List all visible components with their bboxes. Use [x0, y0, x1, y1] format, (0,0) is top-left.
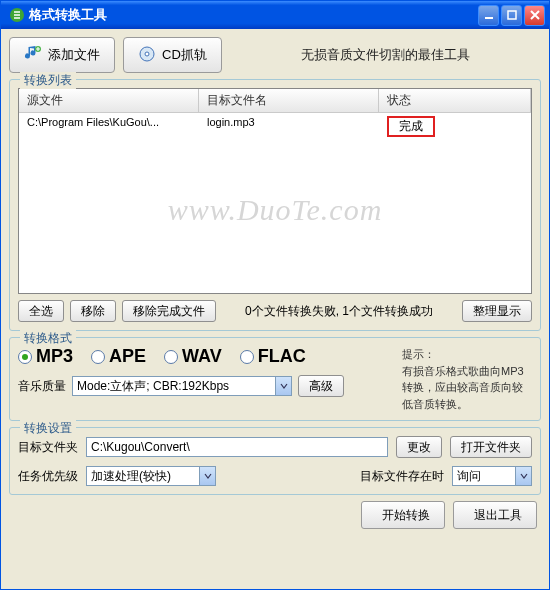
list-body[interactable]: C:\Program Files\KuGou\... login.mp3 完成 …: [19, 113, 531, 293]
radio-icon: [91, 350, 105, 364]
quality-select[interactable]: Mode:立体声; CBR:192Kbps: [72, 376, 292, 396]
quality-value: Mode:立体声; CBR:192Kbps: [77, 378, 229, 395]
top-toolbar: 添加文件 CD抓轨 无损音质文件切割的最佳工具: [9, 37, 541, 73]
svg-rect-2: [508, 11, 516, 19]
quality-label: 音乐质量: [18, 378, 66, 395]
cell-target: login.mp3: [199, 115, 379, 138]
settings-group-title: 转换设置: [20, 420, 76, 437]
radio-icon: [240, 350, 254, 364]
target-folder-input[interactable]: C:\Kugou\Convert\: [86, 437, 388, 457]
svg-point-5: [145, 52, 149, 56]
radio-wav[interactable]: WAV: [164, 346, 222, 367]
priority-label: 任务优先级: [18, 468, 78, 485]
chevron-down-icon: [275, 377, 291, 395]
hint-body: 有损音乐格式歌曲向MP3转换，应由较高音质向较低音质转换。: [402, 363, 532, 413]
hint-column: 提示： 有损音乐格式歌曲向MP3转换，应由较高音质向较低音质转换。: [402, 346, 532, 412]
add-file-label: 添加文件: [48, 46, 100, 64]
window-title: 格式转换工具: [29, 6, 478, 24]
radio-icon: [18, 350, 32, 364]
start-convert-button[interactable]: 开始转换: [361, 501, 445, 529]
format-group: 转换格式 MP3 APE WAV: [9, 337, 541, 421]
slogan-text: 无损音质文件切割的最佳工具: [230, 46, 541, 64]
window-control-group: [478, 5, 545, 26]
status-badge-done: 完成: [387, 116, 435, 137]
table-row[interactable]: C:\Program Files\KuGou\... login.mp3 完成: [19, 113, 531, 140]
svg-rect-1: [485, 17, 493, 19]
list-button-row: 全选 移除 移除完成文件 0个文件转换失败, 1个文件转换成功 整理显示: [18, 300, 532, 322]
tidy-display-button[interactable]: 整理显示: [462, 300, 532, 322]
select-all-button[interactable]: 全选: [18, 300, 64, 322]
maximize-button[interactable]: [501, 5, 522, 26]
title-bar[interactable]: 格式转换工具: [1, 1, 549, 29]
settings-group: 转换设置 目标文件夹 C:\Kugou\Convert\ 更改 打开文件夹 任务…: [9, 427, 541, 495]
exit-label: 退出工具: [474, 507, 522, 524]
app-window: 格式转换工具 添加文件 CD抓轨 无损音质文件切割的最佳工具: [0, 0, 550, 590]
col-source-header[interactable]: 源文件: [19, 89, 199, 112]
exists-select[interactable]: 询问: [452, 466, 532, 486]
cell-source: C:\Program Files\KuGou\...: [19, 115, 199, 138]
convert-list-group: 转换列表 源文件 目标文件名 状态 C:\Program Files\KuGou…: [9, 79, 541, 331]
convert-list-title: 转换列表: [20, 72, 76, 89]
minimize-button[interactable]: [478, 5, 499, 26]
footer-row: 开始转换 退出工具: [9, 501, 541, 529]
exists-value: 询问: [457, 468, 481, 485]
change-folder-button[interactable]: 更改: [396, 436, 442, 458]
priority-row: 任务优先级 加速处理(较快) 目标文件存在时 询问: [18, 466, 532, 486]
quality-row: 音乐质量 Mode:立体声; CBR:192Kbps 高级: [18, 375, 392, 397]
hint-title: 提示：: [402, 346, 532, 363]
radio-mp3[interactable]: MP3: [18, 346, 73, 367]
advanced-button[interactable]: 高级: [298, 375, 344, 397]
radio-flac[interactable]: FLAC: [240, 346, 306, 367]
target-folder-label: 目标文件夹: [18, 439, 78, 456]
priority-select[interactable]: 加速处理(较快): [86, 466, 216, 486]
chevron-down-icon: [515, 467, 531, 485]
chevron-down-icon: [199, 467, 215, 485]
radio-icon: [164, 350, 178, 364]
target-folder-row: 目标文件夹 C:\Kugou\Convert\ 更改 打开文件夹: [18, 436, 532, 458]
remove-done-button[interactable]: 移除完成文件: [122, 300, 216, 322]
add-file-button[interactable]: 添加文件: [9, 37, 115, 73]
radio-ape[interactable]: APE: [91, 346, 146, 367]
radio-wav-label: WAV: [182, 346, 222, 367]
format-radio-row: MP3 APE WAV FLAC: [18, 346, 392, 367]
remove-button[interactable]: 移除: [70, 300, 116, 322]
client-area: 添加文件 CD抓轨 无损音质文件切割的最佳工具 转换列表 源文件 目标文件名 状…: [1, 29, 549, 589]
start-label: 开始转换: [382, 507, 430, 524]
watermark-text: www.DuoTe.com: [19, 193, 531, 227]
col-status-header[interactable]: 状态: [379, 89, 531, 112]
cd-icon: [138, 45, 156, 66]
radio-flac-label: FLAC: [258, 346, 306, 367]
radio-ape-label: APE: [109, 346, 146, 367]
close-button[interactable]: [524, 5, 545, 26]
app-icon: [9, 7, 25, 23]
file-list: 源文件 目标文件名 状态 C:\Program Files\KuGou\... …: [18, 88, 532, 294]
cell-status: 完成: [379, 115, 531, 138]
exists-label: 目标文件存在时: [360, 468, 444, 485]
cd-grab-button[interactable]: CD抓轨: [123, 37, 222, 73]
exit-button[interactable]: 退出工具: [453, 501, 537, 529]
target-folder-value: C:\Kugou\Convert\: [91, 440, 190, 454]
conversion-status-text: 0个文件转换失败, 1个文件转换成功: [222, 303, 456, 320]
open-folder-button[interactable]: 打开文件夹: [450, 436, 532, 458]
radio-mp3-label: MP3: [36, 346, 73, 367]
list-header: 源文件 目标文件名 状态: [19, 89, 531, 113]
cd-grab-label: CD抓轨: [162, 46, 207, 64]
music-note-plus-icon: [24, 45, 42, 66]
format-group-title: 转换格式: [20, 330, 76, 347]
priority-value: 加速处理(较快): [91, 468, 171, 485]
col-target-header[interactable]: 目标文件名: [199, 89, 379, 112]
